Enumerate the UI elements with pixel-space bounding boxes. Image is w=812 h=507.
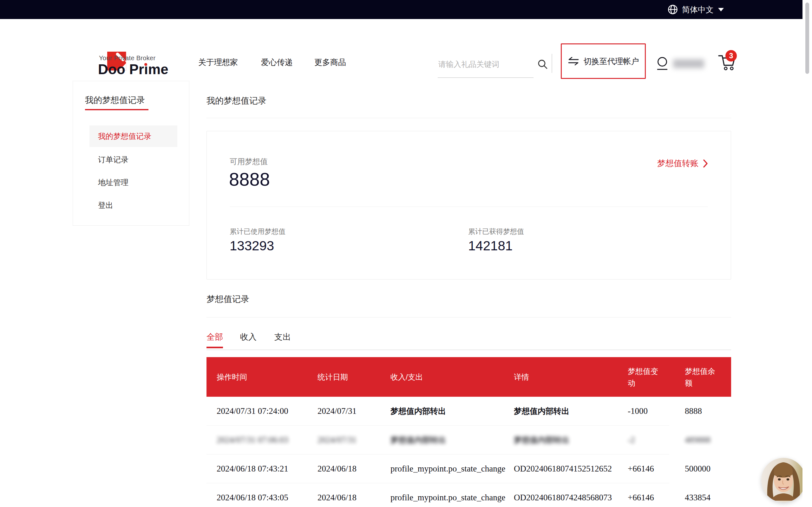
points-summary-card: 可用梦想值 8888 梦想值转账 累计已使用梦想值 133293 累计已获得梦想…	[206, 131, 731, 279]
earned-points-label: 累计已获得梦想值	[468, 227, 524, 236]
support-avatar[interactable]	[761, 458, 806, 502]
cell-balance: 8888	[685, 406, 731, 416]
cell-change: +66146	[628, 464, 685, 474]
sidebar-item-order-history[interactable]: 订单记录	[90, 149, 177, 170]
used-points-label: 累计已使用梦想值	[230, 227, 286, 236]
cell-change: -2	[628, 435, 685, 445]
cell-balance: 489888	[685, 435, 731, 445]
col-header-detail: 详情	[514, 371, 628, 383]
header-divider	[552, 54, 552, 73]
col-header-date: 统计日期	[317, 371, 391, 383]
cell-date: 2024/06/18	[317, 493, 391, 503]
cell-detail: OD20240618074248568073	[514, 493, 628, 503]
cell-detail: 梦想值内部转出	[514, 435, 628, 445]
cell-date: 2024/06/18	[317, 464, 391, 474]
switch-to-agent-account-button[interactable]: 切换至代理帐户	[561, 43, 646, 79]
cell-date: 2024/07/31	[317, 406, 391, 416]
tab-all[interactable]: 全部	[206, 331, 223, 343]
sidebar-item-address-management[interactable]: 地址管理	[90, 172, 177, 193]
username-redacted	[673, 59, 704, 68]
table-row: 2024/06/18 07:43:212024/06/18profile_myp…	[206, 454, 731, 483]
tab-expense[interactable]: 支出	[274, 331, 291, 343]
language-switcher[interactable]: 简体中文	[667, 0, 724, 19]
cell-time: 2024/06/18 07:43:21	[217, 464, 317, 474]
search-input[interactable]	[438, 60, 537, 69]
col-header-balance: 梦想值余额	[685, 365, 731, 389]
sidebar: 我的梦想值记录 我的梦想值记录 订单记录 地址管理 登出	[72, 81, 189, 226]
cell-balance: 433854	[685, 493, 731, 503]
swap-arrows-icon	[568, 56, 579, 66]
cell-change: +66146	[628, 493, 685, 503]
used-points-value: 133293	[230, 238, 274, 253]
table-row: 2024/06/18 07:43:052024/06/18profile_myp…	[206, 483, 731, 507]
scrollbar-thumb[interactable]	[805, 3, 809, 74]
cell-type: profile_mypoint.po_state_change	[391, 493, 514, 503]
user-icon	[656, 56, 669, 71]
globe-icon	[667, 4, 678, 15]
points-transfer-link[interactable]: 梦想值转账	[657, 158, 708, 169]
cell-time: 2024/06/18 07:43:05	[217, 493, 317, 503]
col-header-change: 梦想值变动	[628, 365, 685, 389]
nav-item-more-products[interactable]: 更多商品	[314, 57, 346, 67]
nav-item-about[interactable]: 关于理想家	[198, 57, 238, 67]
cell-date: 2024/07/31	[317, 435, 391, 445]
cell-balance: 500000	[685, 464, 731, 474]
records-divider	[206, 317, 731, 318]
col-header-time: 操作时间	[217, 371, 317, 383]
table-row: 2024/07/31 07:24:002024/07/31梦想值内部转出梦想值内…	[206, 397, 731, 426]
search-box	[438, 51, 534, 78]
top-bar: 简体中文	[0, 0, 812, 19]
logo-tagline: Your Private Broker	[99, 55, 155, 62]
card-divider	[230, 207, 708, 207]
sidebar-title-underline	[85, 109, 148, 110]
cell-type: 梦想值内部转出	[391, 406, 514, 416]
page: 简体中文 Your Private Broker Doo Prime 关于理想家…	[0, 0, 812, 507]
records-section-title: 梦想值记录	[206, 293, 249, 305]
site-header: Your Private Broker Doo Prime 关于理想家 爱心传递…	[0, 19, 812, 75]
sidebar-item-my-dream-points[interactable]: 我的梦想值记录	[90, 125, 177, 147]
cell-type: profile_mypoint.po_state_change	[391, 464, 514, 474]
chevron-right-icon	[703, 159, 708, 168]
sidebar-item-logout[interactable]: 登出	[90, 194, 177, 216]
col-header-type: 收入/支出	[391, 371, 514, 383]
table-header: 操作时间 统计日期 收入/支出 详情 梦想值变动 梦想值余额	[206, 357, 731, 397]
cell-type: 梦想值内部转出	[391, 435, 514, 445]
tabs-baseline	[206, 349, 731, 350]
cart-count-badge: 3	[725, 50, 737, 61]
nav-item-charity[interactable]: 爱心传递	[261, 57, 293, 67]
earned-points-value: 142181	[468, 238, 513, 253]
table-body: 2024/07/31 07:24:002024/07/31梦想值内部转出梦想值内…	[206, 397, 731, 507]
tab-income[interactable]: 收入	[240, 331, 257, 343]
cell-detail: OD20240618074152512652	[514, 464, 628, 474]
cell-time: 2024/07/31 07:06:03	[217, 435, 317, 445]
logo-name: Doo Prime	[98, 61, 168, 77]
cell-time: 2024/07/31 07:24:00	[217, 406, 317, 416]
switch-to-agent-account-label: 切换至代理帐户	[583, 56, 639, 66]
scrollbar-track	[803, 0, 812, 507]
available-points-value: 8888	[229, 169, 270, 190]
account-entry[interactable]	[656, 56, 704, 71]
table-row: 2024/07/31 07:06:032024/07/31梦想值内部转出梦想值内…	[206, 426, 731, 454]
chevron-down-icon	[718, 8, 724, 11]
language-label: 简体中文	[682, 4, 714, 15]
cell-detail: 梦想值内部转出	[514, 406, 628, 416]
active-tab-underline	[206, 347, 223, 348]
cell-change: -1000	[628, 406, 685, 416]
page-title: 我的梦想值记录	[206, 95, 266, 107]
search-icon[interactable]	[537, 59, 548, 70]
sidebar-title: 我的梦想值记录	[85, 95, 145, 106]
available-points-label: 可用梦想值	[230, 157, 268, 167]
